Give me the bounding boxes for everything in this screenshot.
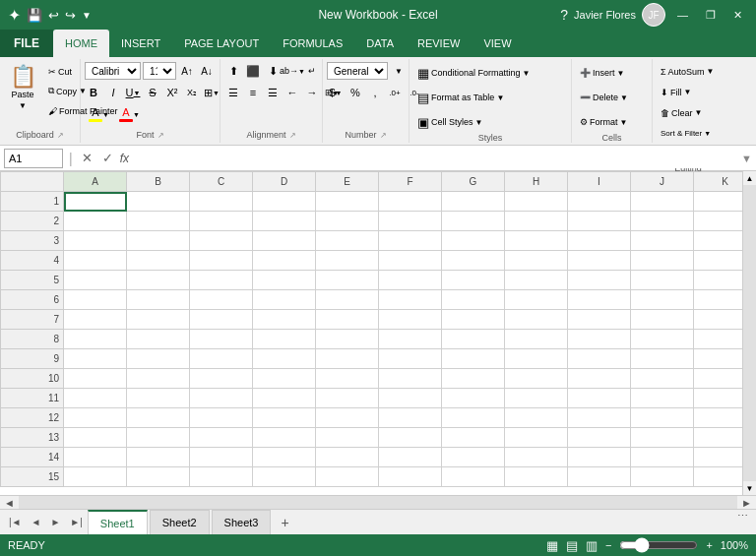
cell-E14[interactable]: [316, 448, 379, 467]
cell-G13[interactable]: [442, 428, 505, 448]
cell-C3[interactable]: [190, 231, 253, 251]
cell-I6[interactable]: [568, 290, 631, 310]
cell-A7[interactable]: [64, 310, 127, 330]
cell-G7[interactable]: [442, 310, 505, 330]
cell-H13[interactable]: [505, 428, 568, 448]
cell-K11[interactable]: [694, 389, 743, 408]
cell-E10[interactable]: [316, 369, 379, 389]
sheet-tab-sheet1[interactable]: Sheet1: [88, 510, 148, 534]
cell-D10[interactable]: [253, 369, 316, 389]
zoom-out-button[interactable]: −: [605, 539, 611, 551]
cell-I10[interactable]: [568, 369, 631, 389]
cell-B1[interactable]: [127, 192, 190, 212]
number-format-dropdown[interactable]: ▼: [390, 62, 408, 80]
row-number-1[interactable]: 1: [1, 192, 64, 212]
cell-A12[interactable]: [64, 408, 127, 428]
conditional-formatting-dropdown[interactable]: ▼: [523, 69, 531, 78]
horizontal-scrollbar[interactable]: ◄ ►: [0, 495, 756, 509]
cell-J8[interactable]: [631, 330, 694, 349]
tab-view[interactable]: VIEW: [472, 30, 523, 57]
scroll-down-button[interactable]: ▼: [743, 481, 756, 495]
formula-input[interactable]: [133, 149, 737, 168]
cell-K4[interactable]: [694, 251, 743, 271]
underline-button[interactable]: U▼: [124, 84, 142, 101]
cell-H4[interactable]: [505, 251, 568, 271]
tab-file[interactable]: FILE: [0, 30, 53, 57]
save-icon[interactable]: 💾: [27, 8, 42, 23]
row-number-5[interactable]: 5: [1, 271, 64, 290]
cell-B4[interactable]: [127, 251, 190, 271]
cell-A5[interactable]: [64, 271, 127, 290]
col-header-g[interactable]: G: [442, 172, 505, 192]
cell-E11[interactable]: [316, 389, 379, 408]
cell-A9[interactable]: [64, 349, 127, 369]
delete-button[interactable]: ➖ Delete ▼: [576, 87, 632, 108]
cell-J13[interactable]: [631, 428, 694, 448]
col-header-k[interactable]: K: [694, 172, 743, 192]
cell-D7[interactable]: [253, 310, 316, 330]
cell-H12[interactable]: [505, 408, 568, 428]
cell-F13[interactable]: [379, 428, 442, 448]
sheet-tab-sheet3[interactable]: Sheet3: [212, 510, 272, 534]
cell-K6[interactable]: [694, 290, 743, 310]
cell-E15[interactable]: [316, 467, 379, 487]
tab-insert[interactable]: INSERT: [109, 30, 172, 57]
cell-D13[interactable]: [253, 428, 316, 448]
cell-F12[interactable]: [379, 408, 442, 428]
tab-formulas[interactable]: FORMULAS: [271, 30, 354, 57]
paste-dropdown[interactable]: ▼: [19, 101, 27, 110]
cell-D2[interactable]: [253, 212, 316, 231]
cell-E4[interactable]: [316, 251, 379, 271]
text-orient-button[interactable]: ab→▼: [284, 62, 301, 80]
cell-J15[interactable]: [631, 467, 694, 487]
percent-button[interactable]: %: [346, 84, 364, 101]
row-number-13[interactable]: 13: [1, 428, 64, 448]
row-number-6[interactable]: 6: [1, 290, 64, 310]
undo-icon[interactable]: ↩: [48, 8, 59, 23]
cell-A1[interactable]: [64, 192, 127, 212]
cell-A6[interactable]: [64, 290, 127, 310]
clipboard-label[interactable]: Clipboard ↗: [0, 127, 80, 143]
cell-H7[interactable]: [505, 310, 568, 330]
cell-styles-dropdown[interactable]: ▼: [475, 118, 483, 127]
font-color-button[interactable]: A ▼: [115, 105, 144, 123]
cells-label[interactable]: Cells: [572, 133, 652, 143]
cell-D11[interactable]: [253, 389, 316, 408]
cell-C15[interactable]: [190, 467, 253, 487]
cell-C8[interactable]: [190, 330, 253, 349]
cell-G14[interactable]: [442, 448, 505, 467]
font-color-dropdown[interactable]: ▼: [133, 111, 140, 118]
autosum-dropdown[interactable]: ▼: [707, 67, 715, 76]
cell-A15[interactable]: [64, 467, 127, 487]
cell-I14[interactable]: [568, 448, 631, 467]
number-label[interactable]: Number ↗: [323, 127, 409, 143]
cell-I1[interactable]: [568, 192, 631, 212]
cell-C4[interactable]: [190, 251, 253, 271]
confirm-formula-button[interactable]: ✓: [99, 151, 116, 165]
cell-B13[interactable]: [127, 428, 190, 448]
row-number-8[interactable]: 8: [1, 330, 64, 349]
paste-button[interactable]: 📋 Paste ▼: [4, 62, 41, 114]
row-number-7[interactable]: 7: [1, 310, 64, 330]
cell-D5[interactable]: [253, 271, 316, 290]
tab-data[interactable]: DATA: [354, 30, 406, 57]
superscript-button[interactable]: X²: [163, 84, 181, 101]
cell-D12[interactable]: [253, 408, 316, 428]
cell-I12[interactable]: [568, 408, 631, 428]
top-align-button[interactable]: ⬆: [224, 62, 242, 80]
col-header-b[interactable]: B: [127, 172, 190, 192]
italic-button[interactable]: I: [104, 84, 122, 101]
cell-F3[interactable]: [379, 231, 442, 251]
row-number-4[interactable]: 4: [1, 251, 64, 271]
alignment-label[interactable]: Alignment ↗: [220, 127, 322, 143]
cell-F9[interactable]: [379, 349, 442, 369]
tab-home[interactable]: HOME: [53, 30, 109, 57]
tab-page-layout[interactable]: PAGE LAYOUT: [172, 30, 271, 57]
format-dropdown[interactable]: ▼: [620, 118, 628, 127]
cell-E6[interactable]: [316, 290, 379, 310]
cell-D1[interactable]: [253, 192, 316, 212]
cell-D9[interactable]: [253, 349, 316, 369]
insert-button[interactable]: ➕ Insert ▼: [576, 62, 628, 84]
cell-K12[interactable]: [694, 408, 743, 428]
cell-K1[interactable]: [694, 192, 743, 212]
